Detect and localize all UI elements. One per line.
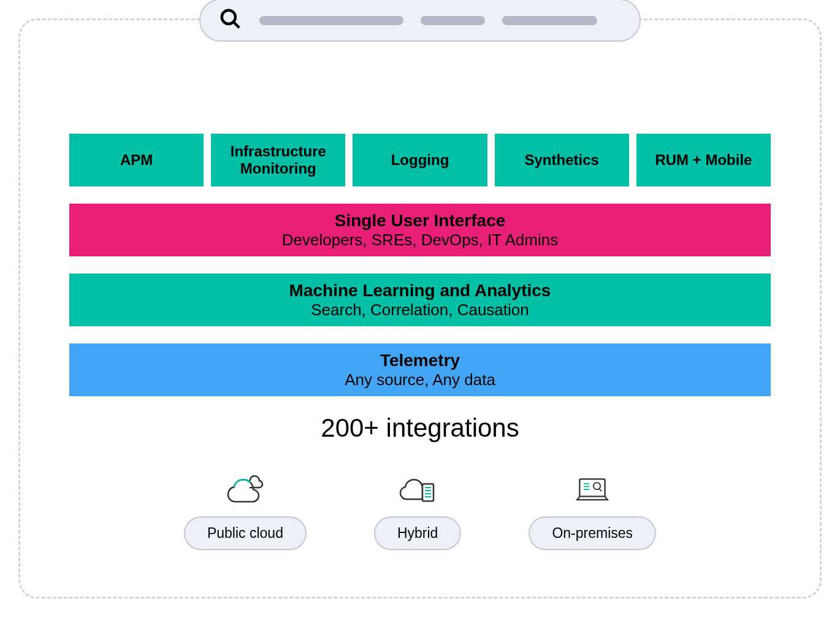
search-bar xyxy=(199,0,641,42)
layer-ui-title: Single User Interface xyxy=(335,211,506,231)
layer-telemetry-title: Telemetry xyxy=(380,351,460,370)
deployment-on-premises: On-premises xyxy=(529,473,656,550)
deployment-row: Public cloud Hybrid xyxy=(69,473,771,550)
skeleton-placeholder xyxy=(259,16,403,25)
laptop-icon xyxy=(574,473,611,507)
skeleton-placeholder xyxy=(421,16,485,25)
layer-ml-subtitle: Search, Correlation, Causation xyxy=(311,301,529,320)
svg-line-1 xyxy=(234,23,240,28)
capability-infrastructure: Infrastructure Monitoring xyxy=(211,134,345,186)
capability-logging: Logging xyxy=(353,134,487,186)
deployment-hybrid: Hybrid xyxy=(374,473,461,550)
hybrid-icon xyxy=(399,473,436,507)
deployment-public-cloud: Public cloud xyxy=(184,473,307,550)
layer-ui: Single User Interface Developers, SREs, … xyxy=(69,204,771,256)
svg-rect-7 xyxy=(580,479,605,496)
svg-point-11 xyxy=(594,483,600,489)
integrations-label: 200+ integrations xyxy=(69,413,771,443)
deployment-pill-on-premises: On-premises xyxy=(529,516,656,550)
layer-ml: Machine Learning and Analytics Search, C… xyxy=(69,274,771,326)
layer-ui-subtitle: Developers, SREs, DevOps, IT Admins xyxy=(282,231,558,250)
svg-point-0 xyxy=(222,10,235,24)
diagram-container: APM Infrastructure Monitoring Logging Sy… xyxy=(18,18,822,599)
capability-rum-mobile: RUM + Mobile xyxy=(636,134,771,186)
deployment-pill-public-cloud: Public cloud xyxy=(184,516,307,550)
deployment-pill-hybrid: Hybrid xyxy=(374,516,461,550)
search-icon xyxy=(219,7,242,33)
layer-telemetry-subtitle: Any source, Any data xyxy=(345,370,495,389)
capability-apm: APM xyxy=(69,134,204,186)
svg-rect-2 xyxy=(422,484,433,501)
layer-ml-title: Machine Learning and Analytics xyxy=(289,281,551,301)
cloud-icon xyxy=(227,473,264,507)
svg-line-12 xyxy=(600,489,602,491)
capability-synthetics: Synthetics xyxy=(495,134,629,186)
capabilities-row: APM Infrastructure Monitoring Logging Sy… xyxy=(69,134,771,186)
skeleton-placeholder xyxy=(502,16,597,25)
layer-telemetry: Telemetry Any source, Any data xyxy=(69,343,771,396)
